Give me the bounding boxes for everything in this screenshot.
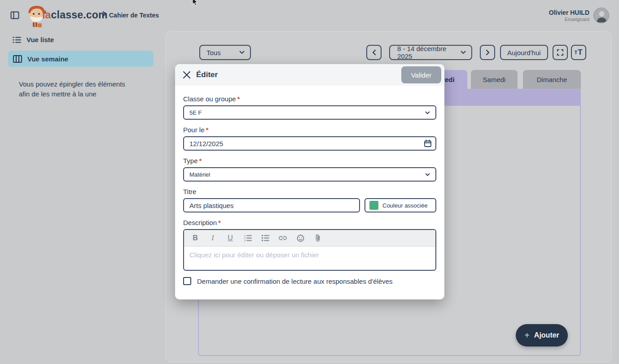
text-size-button[interactable]: T T: [571, 45, 586, 60]
breadcrumb: Cahier de Textes: [109, 12, 159, 19]
required-asterisk: *: [206, 126, 209, 134]
rich-text-editor: B I U 123: [183, 229, 436, 271]
classe-select[interactable]: 5E F: [183, 105, 436, 120]
chevron-down-icon: [425, 173, 430, 176]
brand-logo-text[interactable]: laclasse.com: [42, 9, 108, 21]
emoji-icon[interactable]: [296, 234, 304, 242]
pin-hint-text: Vous pouvez épingler des éléments afin d…: [19, 79, 145, 99]
titre-input[interactable]: [183, 198, 360, 212]
svg-text:3: 3: [244, 239, 246, 242]
edit-dialog: Éditer Valider Classe ou groupe* 5E F Po…: [175, 64, 444, 299]
user-name: Olivier HUILD: [549, 9, 589, 16]
paperclip-icon[interactable]: [314, 234, 322, 242]
close-icon[interactable]: [182, 70, 192, 80]
required-asterisk: *: [199, 157, 202, 165]
dialog-title: Éditer: [196, 70, 401, 79]
description-label: Description*: [183, 219, 436, 228]
fullscreen-icon: [557, 49, 564, 56]
classe-label: Classe ou groupe*: [183, 95, 436, 104]
sidebar-toggle-icon[interactable]: [10, 11, 19, 20]
tab-samedi[interactable]: Samedi: [471, 70, 518, 89]
date-input[interactable]: [183, 136, 436, 151]
chevron-down-icon: [461, 51, 466, 54]
required-asterisk: *: [237, 95, 240, 103]
sidebar-item-label: Vue liste: [26, 36, 54, 43]
color-swatch: [369, 201, 378, 210]
next-week-button[interactable]: [480, 45, 495, 60]
confirmation-checkbox[interactable]: [183, 277, 191, 285]
titre-label: Titre: [183, 188, 436, 197]
valider-button[interactable]: Valider: [401, 66, 441, 83]
sidebar-item-vue-liste[interactable]: Vue liste: [13, 36, 54, 43]
required-asterisk: *: [218, 219, 221, 226]
calendar-icon[interactable]: [424, 139, 432, 147]
week-navigation: 8 - 14 décembre 2025 Aujourd'hui T T: [366, 45, 586, 60]
add-button[interactable]: + Ajouter: [516, 324, 568, 347]
underline-icon[interactable]: U: [226, 234, 234, 242]
filter-select-value: Tous: [206, 49, 221, 56]
ordered-list-icon[interactable]: 123: [244, 234, 252, 242]
breadcrumb-chevron-icon: [102, 11, 106, 17]
week-view-icon: [13, 55, 22, 63]
user-role: Enseignant: [549, 17, 589, 22]
chevron-down-icon: [239, 51, 245, 54]
bullet-list-icon[interactable]: [261, 234, 269, 242]
editor-toolbar: B I U 123: [184, 230, 435, 247]
list-view-icon: [13, 36, 21, 43]
today-button[interactable]: Aujourd'hui: [500, 45, 548, 60]
bold-icon[interactable]: B: [191, 234, 199, 242]
chevron-down-icon: [425, 111, 430, 114]
user-info[interactable]: Olivier HUILD Enseignant: [549, 9, 589, 22]
avatar[interactable]: [593, 8, 609, 23]
dialog-body: Classe ou groupe* 5E F Pour le*: [175, 86, 444, 285]
tab-dimanche[interactable]: Dimanche: [523, 70, 581, 89]
week-range-select[interactable]: 8 - 14 décembre 2025: [389, 45, 472, 60]
sidebar-item-vue-semaine[interactable]: Vue semaine: [8, 51, 154, 67]
fullscreen-button[interactable]: [553, 45, 568, 60]
confirmation-checkbox-label: Demander une confirmation de lecture aux…: [197, 277, 393, 285]
type-label: Type*: [183, 157, 436, 166]
plus-icon: +: [524, 330, 530, 341]
filter-select[interactable]: Tous: [199, 45, 251, 60]
type-select[interactable]: Matériel: [183, 167, 436, 182]
date-label: Pour le*: [183, 126, 436, 135]
confirmation-checkbox-row[interactable]: Demander une confirmation de lecture aux…: [183, 277, 436, 285]
top-header: laclasse.com Cahier de Textes Olivier HU…: [0, 0, 619, 30]
associated-color-button[interactable]: Couleur associée: [364, 198, 436, 212]
dialog-header: Éditer Valider: [175, 64, 444, 86]
previous-week-button[interactable]: [366, 45, 382, 60]
week-range-label: 8 - 14 décembre 2025: [397, 45, 461, 60]
text-size-icon: T: [575, 50, 578, 55]
italic-icon[interactable]: I: [209, 234, 217, 242]
sidebar-item-label: Vue semaine: [27, 55, 68, 63]
description-editor-area[interactable]: Cliquez ici pour éditer ou déposer un fi…: [184, 247, 435, 270]
link-icon[interactable]: [279, 235, 287, 241]
